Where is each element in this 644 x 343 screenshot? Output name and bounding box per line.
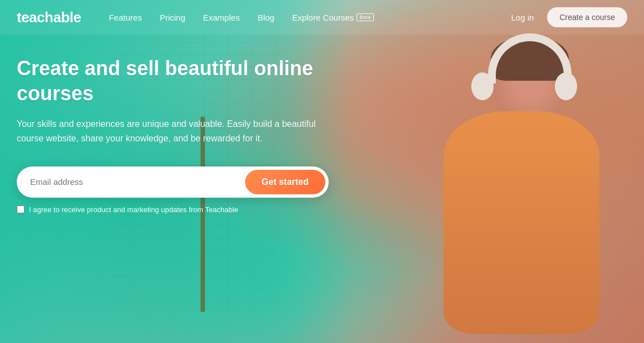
nav-link-blog[interactable]: Blog — [257, 13, 274, 22]
email-input[interactable] — [30, 177, 245, 187]
headphones-left-cup — [471, 72, 494, 100]
nav-link-features[interactable]: Features — [109, 13, 142, 22]
cta-form: Get started — [17, 166, 329, 198]
person-body — [443, 111, 599, 334]
marketing-checkbox[interactable] — [17, 205, 25, 213]
get-started-button[interactable]: Get started — [245, 170, 325, 194]
create-course-button[interactable]: Create a course — [547, 7, 627, 27]
person-silhouette — [399, 45, 611, 334]
checkbox-area: I agree to receive product and marketing… — [17, 205, 362, 214]
hero-title: Create and sell beautiful online courses — [17, 56, 362, 106]
logo[interactable]: teachable — [17, 9, 81, 26]
nav-link-explore[interactable]: Explore Courses Beta — [292, 13, 373, 22]
beta-badge: Beta — [357, 13, 374, 21]
hero-subtitle: Your skills and experiences are unique a… — [17, 117, 329, 146]
nav-right: Log in Create a course — [511, 7, 627, 27]
navbar: teachable Features Pricing Examples Blog… — [0, 0, 644, 35]
headphones-right-cup — [555, 72, 577, 100]
hero-image — [354, 33, 644, 343]
nav-links: Features Pricing Examples Blog Explore C… — [109, 13, 511, 22]
login-link[interactable]: Log in — [511, 13, 534, 22]
nav-link-pricing[interactable]: Pricing — [160, 13, 186, 22]
checkbox-label: I agree to receive product and marketing… — [29, 205, 238, 214]
hero-content: Create and sell beautiful online courses… — [17, 56, 362, 214]
hero-section: teachable Features Pricing Examples Blog… — [0, 0, 644, 343]
nav-link-examples[interactable]: Examples — [203, 13, 240, 22]
